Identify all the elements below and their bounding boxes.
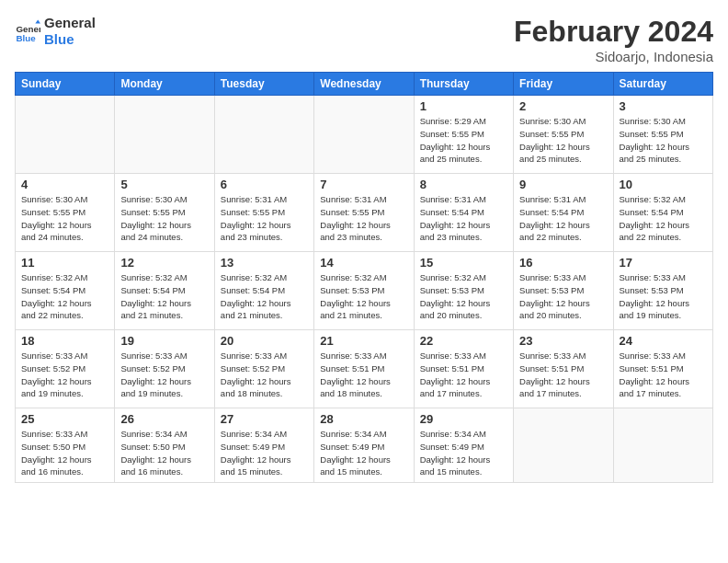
calendar-cell — [514, 408, 613, 483]
day-info: Sunrise: 5:31 AM Sunset: 5:55 PM Dayligh… — [221, 193, 308, 244]
day-number: 5 — [120, 178, 208, 191]
day-info: Sunrise: 5:33 AM Sunset: 5:51 PM Dayligh… — [519, 350, 607, 400]
logo-blue: Blue — [44, 31, 96, 48]
day-info: Sunrise: 5:30 AM Sunset: 5:55 PM Dayligh… — [519, 115, 607, 166]
day-info: Sunrise: 5:33 AM Sunset: 5:51 PM Dayligh… — [620, 350, 707, 400]
calendar-cell: 23Sunrise: 5:33 AM Sunset: 5:51 PM Dayli… — [514, 330, 613, 408]
calendar-week-row: 25Sunrise: 5:33 AM Sunset: 5:50 PM Dayli… — [16, 408, 713, 483]
calendar-cell: 24Sunrise: 5:33 AM Sunset: 5:51 PM Dayli… — [613, 330, 712, 408]
day-number: 8 — [420, 178, 507, 191]
day-info: Sunrise: 5:34 AM Sunset: 5:49 PM Dayligh… — [221, 428, 308, 478]
day-number: 4 — [21, 178, 108, 191]
logo: General Blue General Blue — [15, 15, 96, 48]
day-info: Sunrise: 5:31 AM Sunset: 5:54 PM Dayligh… — [519, 193, 607, 244]
day-number: 1 — [420, 99, 507, 113]
day-info: Sunrise: 5:32 AM Sunset: 5:54 PM Dayligh… — [120, 271, 208, 322]
day-number: 15 — [420, 256, 507, 270]
calendar-cell: 6Sunrise: 5:31 AM Sunset: 5:55 PM Daylig… — [214, 174, 313, 252]
calendar-cell: 4Sunrise: 5:30 AM Sunset: 5:55 PM Daylig… — [16, 174, 115, 252]
calendar-cell: 5Sunrise: 5:30 AM Sunset: 5:55 PM Daylig… — [115, 174, 214, 252]
day-number: 7 — [320, 178, 407, 191]
calendar-cell — [214, 96, 313, 174]
calendar-week-row: 18Sunrise: 5:33 AM Sunset: 5:52 PM Dayli… — [16, 330, 713, 408]
day-info: Sunrise: 5:30 AM Sunset: 5:55 PM Dayligh… — [120, 193, 208, 244]
calendar-cell — [115, 96, 214, 174]
calendar-cell — [613, 408, 712, 483]
day-info: Sunrise: 5:32 AM Sunset: 5:54 PM Dayligh… — [620, 193, 707, 244]
calendar-cell: 12Sunrise: 5:32 AM Sunset: 5:54 PM Dayli… — [115, 252, 214, 330]
day-info: Sunrise: 5:32 AM Sunset: 5:53 PM Dayligh… — [320, 271, 407, 322]
weekday-header-tuesday: Tuesday — [214, 73, 313, 96]
calendar-cell: 18Sunrise: 5:33 AM Sunset: 5:52 PM Dayli… — [16, 330, 115, 408]
calendar-cell: 14Sunrise: 5:32 AM Sunset: 5:53 PM Dayli… — [314, 252, 414, 330]
day-info: Sunrise: 5:30 AM Sunset: 5:55 PM Dayligh… — [620, 115, 707, 166]
day-info: Sunrise: 5:30 AM Sunset: 5:55 PM Dayligh… — [21, 193, 108, 244]
calendar-cell: 13Sunrise: 5:32 AM Sunset: 5:54 PM Dayli… — [214, 252, 313, 330]
calendar-cell: 28Sunrise: 5:34 AM Sunset: 5:49 PM Dayli… — [314, 408, 414, 483]
weekday-header-friday: Friday — [514, 73, 613, 96]
calendar-cell: 17Sunrise: 5:33 AM Sunset: 5:53 PM Dayli… — [613, 252, 712, 330]
day-info: Sunrise: 5:31 AM Sunset: 5:55 PM Dayligh… — [320, 193, 407, 244]
calendar-week-row: 4Sunrise: 5:30 AM Sunset: 5:55 PM Daylig… — [16, 174, 713, 252]
calendar-cell: 22Sunrise: 5:33 AM Sunset: 5:51 PM Dayli… — [414, 330, 513, 408]
day-info: Sunrise: 5:29 AM Sunset: 5:55 PM Dayligh… — [420, 115, 507, 166]
calendar-cell: 11Sunrise: 5:32 AM Sunset: 5:54 PM Dayli… — [16, 252, 115, 330]
weekday-header-wednesday: Wednesday — [314, 73, 414, 96]
day-number: 16 — [519, 256, 607, 270]
day-number: 2 — [519, 99, 607, 113]
calendar-cell: 20Sunrise: 5:33 AM Sunset: 5:52 PM Dayli… — [214, 330, 313, 408]
day-info: Sunrise: 5:33 AM Sunset: 5:51 PM Dayligh… — [420, 350, 507, 400]
calendar-cell: 3Sunrise: 5:30 AM Sunset: 5:55 PM Daylig… — [613, 96, 712, 174]
calendar-cell: 27Sunrise: 5:34 AM Sunset: 5:49 PM Dayli… — [214, 408, 313, 483]
day-info: Sunrise: 5:32 AM Sunset: 5:54 PM Dayligh… — [21, 271, 108, 322]
day-info: Sunrise: 5:33 AM Sunset: 5:50 PM Dayligh… — [21, 428, 108, 478]
day-info: Sunrise: 5:33 AM Sunset: 5:52 PM Dayligh… — [221, 350, 308, 400]
day-number: 10 — [620, 178, 707, 191]
page-header: General Blue General Blue February 2024 … — [15, 15, 713, 64]
day-number: 20 — [221, 334, 308, 348]
day-number: 25 — [21, 412, 108, 426]
day-number: 28 — [320, 412, 407, 426]
calendar-cell: 26Sunrise: 5:34 AM Sunset: 5:50 PM Dayli… — [115, 408, 214, 483]
weekday-header-monday: Monday — [115, 73, 214, 96]
weekday-header-row: SundayMondayTuesdayWednesdayThursdayFrid… — [16, 73, 713, 96]
day-number: 13 — [221, 256, 308, 270]
day-info: Sunrise: 5:33 AM Sunset: 5:53 PM Dayligh… — [519, 271, 607, 322]
month-year-title: February 2024 — [514, 15, 713, 49]
calendar-cell: 2Sunrise: 5:30 AM Sunset: 5:55 PM Daylig… — [514, 96, 613, 174]
day-info: Sunrise: 5:32 AM Sunset: 5:54 PM Dayligh… — [221, 271, 308, 322]
day-info: Sunrise: 5:33 AM Sunset: 5:52 PM Dayligh… — [120, 350, 208, 400]
day-info: Sunrise: 5:32 AM Sunset: 5:53 PM Dayligh… — [420, 271, 507, 322]
calendar-cell: 15Sunrise: 5:32 AM Sunset: 5:53 PM Dayli… — [414, 252, 513, 330]
day-info: Sunrise: 5:34 AM Sunset: 5:49 PM Dayligh… — [420, 428, 507, 478]
day-number: 29 — [420, 412, 507, 426]
calendar-week-row: 11Sunrise: 5:32 AM Sunset: 5:54 PM Dayli… — [16, 252, 713, 330]
title-block: February 2024 Sidoarjo, Indonesia — [514, 15, 713, 64]
day-number: 18 — [21, 334, 108, 348]
calendar-cell: 29Sunrise: 5:34 AM Sunset: 5:49 PM Dayli… — [414, 408, 513, 483]
logo-general: General — [44, 15, 96, 31]
day-number: 22 — [420, 334, 507, 348]
day-number: 21 — [320, 334, 407, 348]
day-number: 6 — [221, 178, 308, 191]
day-number: 11 — [21, 256, 108, 270]
calendar-cell: 7Sunrise: 5:31 AM Sunset: 5:55 PM Daylig… — [314, 174, 414, 252]
svg-marker-2 — [35, 19, 40, 23]
day-number: 17 — [620, 256, 707, 270]
day-info: Sunrise: 5:31 AM Sunset: 5:54 PM Dayligh… — [420, 193, 507, 244]
calendar-cell: 10Sunrise: 5:32 AM Sunset: 5:54 PM Dayli… — [613, 174, 712, 252]
calendar-cell: 8Sunrise: 5:31 AM Sunset: 5:54 PM Daylig… — [414, 174, 513, 252]
day-number: 23 — [519, 334, 607, 348]
logo-icon: General Blue — [15, 18, 40, 44]
day-info: Sunrise: 5:34 AM Sunset: 5:50 PM Dayligh… — [120, 428, 208, 478]
calendar-cell: 21Sunrise: 5:33 AM Sunset: 5:51 PM Dayli… — [314, 330, 414, 408]
calendar-week-row: 1Sunrise: 5:29 AM Sunset: 5:55 PM Daylig… — [16, 96, 713, 174]
day-number: 3 — [620, 99, 707, 113]
day-info: Sunrise: 5:34 AM Sunset: 5:49 PM Dayligh… — [320, 428, 407, 478]
calendar-table: SundayMondayTuesdayWednesdayThursdayFrid… — [15, 72, 713, 483]
day-number: 24 — [620, 334, 707, 348]
day-info: Sunrise: 5:33 AM Sunset: 5:52 PM Dayligh… — [21, 350, 108, 400]
day-number: 12 — [120, 256, 208, 270]
calendar-cell: 9Sunrise: 5:31 AM Sunset: 5:54 PM Daylig… — [514, 174, 613, 252]
day-info: Sunrise: 5:33 AM Sunset: 5:53 PM Dayligh… — [620, 271, 707, 322]
